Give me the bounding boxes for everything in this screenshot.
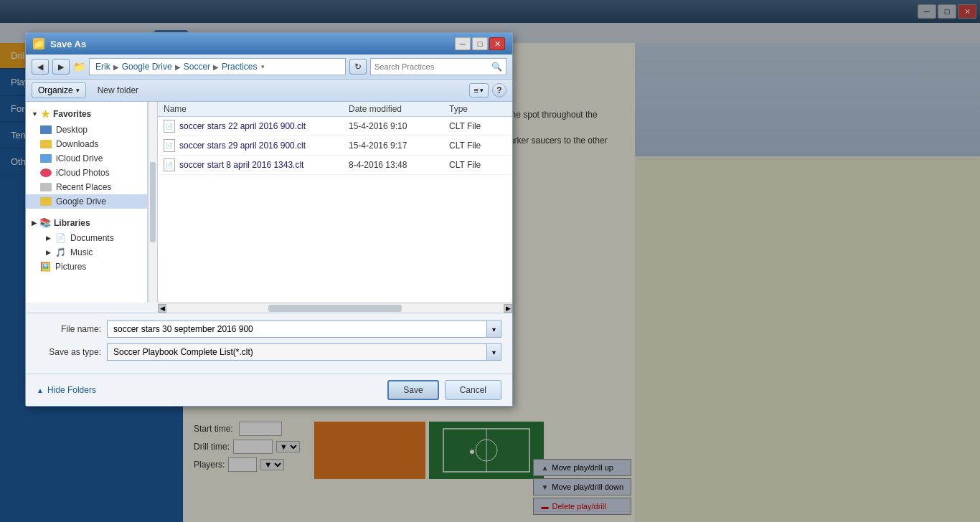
savetype-field: ▾ (107, 343, 501, 361)
file-type-2: CLT File (449, 141, 507, 151)
h-scroll-track (168, 305, 502, 312)
help-button[interactable]: ? (492, 83, 507, 98)
organize-button[interactable]: Organize ▾ (32, 82, 86, 98)
hide-folders-label: Hide Folders (47, 385, 96, 395)
panel-item-documents[interactable]: ▶ 📄 Documents (26, 231, 147, 245)
dialog-titlebar: 📁 Save As ─ □ ✕ (26, 33, 512, 54)
file-name-1: soccer stars 22 april 2016 900.clt (179, 121, 349, 131)
breadcrumb-dropdown-icon[interactable]: ▾ (261, 63, 265, 70)
scroll-right-button[interactable]: ▶ (504, 304, 512, 313)
filename-label: File name: (37, 324, 101, 334)
breadcrumb-sep2: ▶ (175, 63, 181, 71)
save-as-dialog: 📁 Save As ─ □ ✕ ◀ ▶ 📁 Erik ▶ Google Driv… (25, 32, 513, 407)
breadcrumb-google-drive[interactable]: Google Drive (122, 62, 172, 72)
search-icon: 🔍 (491, 62, 502, 72)
view-icon: ≡ (474, 86, 479, 95)
icloud-photos-label: iCloud Photos (56, 168, 110, 178)
favorites-header[interactable]: ▼ ★ Favorites (26, 105, 147, 123)
back-button[interactable]: ◀ (32, 59, 49, 75)
pictures-icon: 🖼️ (40, 262, 51, 272)
savetype-row: Save as type: ▾ (37, 343, 501, 361)
panel-item-recent-places[interactable]: Recent Places (26, 180, 147, 194)
savetype-input[interactable] (107, 343, 487, 361)
file-row-2[interactable]: 📄 soccer stars 29 april 2016 900.clt 15-… (158, 136, 512, 156)
panel-item-downloads[interactable]: Downloads (26, 137, 147, 151)
documents-icon: 📄 (55, 233, 66, 243)
breadcrumb-bar: Erik ▶ Google Drive ▶ Soccer ▶ Practices… (89, 58, 346, 75)
file-icon-3: 📄 (164, 158, 175, 171)
file-modified-3: 8-4-2016 13:48 (349, 160, 449, 170)
hide-folders-button[interactable]: ▲ Hide Folders (37, 385, 96, 395)
filename-dropdown-button[interactable]: ▾ (487, 321, 501, 338)
google-drive-icon (40, 197, 52, 206)
search-box: 🔍 (370, 58, 507, 75)
h-scroll-thumb[interactable] (268, 305, 402, 312)
view-dropdown-icon: ▾ (480, 87, 484, 94)
libraries-header[interactable]: ▶ 📚 Libraries (26, 214, 147, 231)
refresh-button[interactable]: ↻ (349, 59, 367, 75)
documents-label: Documents (70, 233, 114, 243)
dialog-minimize-button[interactable]: ─ (455, 37, 471, 50)
recent-places-icon (40, 183, 52, 191)
filename-row: File name: ▾ (37, 321, 501, 338)
dialog-title-text: Save As (50, 39, 86, 49)
libraries-label: Libraries (54, 218, 90, 228)
favorites-label: Favorites (53, 109, 91, 119)
panel-item-google-drive[interactable]: Google Drive (26, 194, 147, 209)
col-modified-header[interactable]: Date modified (349, 104, 449, 114)
left-panel-scrollbar[interactable] (148, 102, 158, 303)
dialog-close-button[interactable]: ✕ (489, 37, 505, 50)
scrollbar-thumb[interactable] (150, 162, 156, 242)
new-folder-button[interactable]: New folder (92, 83, 144, 98)
horizontal-scrollbar[interactable]: ◀ ▶ (158, 303, 512, 313)
file-name-3: soccer start 8 april 2016 1343.clt (179, 160, 349, 170)
file-row-1[interactable]: 📄 soccer stars 22 april 2016 900.clt 15-… (158, 117, 512, 136)
music-icon: 🎵 (55, 247, 66, 257)
folder-nav-icon: 📁 (73, 61, 85, 72)
panel-item-pictures[interactable]: 🖼️ Pictures (26, 260, 147, 274)
dialog-toolbar: Organize ▾ New folder ≡ ▾ ? (26, 80, 512, 102)
breadcrumb-erik[interactable]: Erik (95, 62, 110, 72)
savetype-dropdown-button[interactable]: ▾ (487, 343, 501, 361)
panel-item-icloud-photos[interactable]: iCloud Photos (26, 166, 147, 180)
cancel-button[interactable]: Cancel (445, 380, 501, 400)
libraries-collapse-icon: ▶ (32, 219, 37, 227)
dialog-title-area: 📁 Save As (33, 38, 86, 49)
google-drive-label: Google Drive (56, 196, 106, 207)
scroll-left-button[interactable]: ◀ (158, 304, 166, 313)
file-row-3[interactable]: 📄 soccer start 8 april 2016 1343.clt 8-4… (158, 156, 512, 175)
forward-button[interactable]: ▶ (52, 59, 70, 75)
file-modified-2: 15-4-2016 9:17 (349, 141, 449, 151)
favorites-collapse-icon: ▼ (32, 110, 38, 118)
file-icon-2: 📄 (164, 139, 175, 152)
col-type-header[interactable]: Type (449, 104, 507, 114)
music-collapse-icon: ▶ (46, 249, 51, 256)
file-name-2: soccer stars 29 april 2016 900.clt (179, 141, 349, 151)
filename-input[interactable] (107, 321, 487, 338)
panel-item-desktop[interactable]: Desktop (26, 123, 147, 137)
search-input[interactable] (374, 62, 491, 71)
breadcrumb-practices[interactable]: Practices (222, 62, 257, 72)
hide-folders-chevron-icon: ▲ (37, 386, 44, 394)
panel-item-music[interactable]: ▶ 🎵 Music (26, 245, 147, 260)
icloud-drive-label: iCloud Drive (56, 153, 103, 163)
left-panel: ▼ ★ Favorites Desktop Downloads iCloud D… (26, 102, 148, 303)
breadcrumb-soccer[interactable]: Soccer (184, 62, 210, 72)
downloads-label: Downloads (56, 139, 98, 149)
file-list: Name Date modified Type 📄 soccer stars 2… (158, 102, 512, 303)
dialog-body: ▼ ★ Favorites Desktop Downloads iCloud D… (26, 102, 512, 303)
file-icon-1: 📄 (164, 120, 175, 133)
organize-label: Organize (38, 85, 73, 95)
savetype-label: Save as type: (37, 347, 101, 357)
toolbar-left: Organize ▾ New folder (32, 82, 144, 98)
dialog-footer: ▲ Hide Folders Save Cancel (26, 374, 512, 406)
save-button[interactable]: Save (387, 380, 438, 400)
footer-buttons: Save Cancel (387, 380, 501, 400)
libraries-icon: 📚 (39, 217, 51, 228)
panel-item-icloud-drive[interactable]: iCloud Drive (26, 151, 147, 166)
view-button[interactable]: ≡ ▾ (469, 83, 489, 98)
dialog-maximize-button[interactable]: □ (472, 37, 488, 50)
desktop-label: Desktop (56, 125, 88, 135)
file-modified-1: 15-4-2016 9:10 (349, 121, 449, 131)
col-name-header[interactable]: Name (164, 104, 349, 114)
